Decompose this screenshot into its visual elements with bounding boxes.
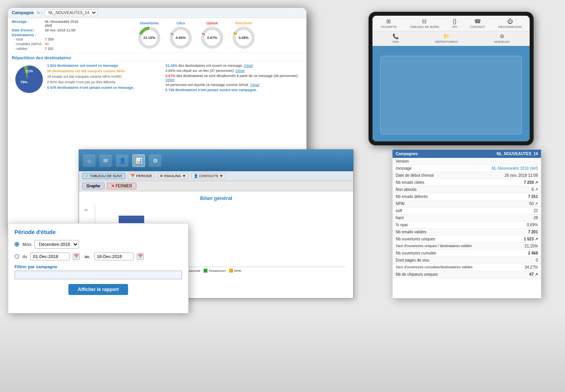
stat-npai-hard: 28 emails ont été marqués comme NPAI HAR… <box>47 75 161 79</box>
detail-link-2[interactable]: Détail <box>236 69 245 73</box>
sva-icon: 📞 <box>393 33 399 39</box>
date-au-input[interactable] <box>94 253 134 260</box>
radio-mois[interactable] <box>15 242 19 247</box>
legend-dot-npai <box>229 269 233 273</box>
panel-row-14: Dont pages de visu 0 <box>393 257 541 264</box>
back-nav-contact[interactable]: ☎ CONTACT <box>470 18 485 29</box>
chart-title: Bilan général <box>83 195 349 201</box>
contacts-dropdown-icon: ▼ <box>220 174 223 178</box>
filter-campagne-input[interactable] <box>15 271 182 279</box>
stat-emails-nd: 0.80% des emails n'ont pas pu être déliv… <box>47 80 161 84</box>
calendar-au-icon[interactable]: 📅 <box>137 253 144 260</box>
panel-col1: Campagnes <box>396 152 418 156</box>
invalides-value: 50 <box>45 42 83 46</box>
du-label: du <box>22 254 27 259</box>
rep-mail-icon[interactable]: ✉ <box>99 154 112 167</box>
ouvertures-value: 21.15% <box>143 36 156 40</box>
panel-row-7: soft 22 <box>393 207 541 214</box>
reactivite-donut: 3.09% <box>232 26 255 49</box>
mois-select[interactable]: Décembre-2018 <box>35 240 79 249</box>
back-nav-api[interactable]: {} API <box>452 18 457 29</box>
clics-value: 0.65% <box>176 36 186 40</box>
compte-icon: ⊞ <box>386 18 391 24</box>
graphe-toolbar: Graphe ✕ FERMER <box>79 181 353 191</box>
rep-settings-icon[interactable]: ⚙ <box>149 154 161 167</box>
panel-row-12: Taux d'ouvertures uniques / destinataire… <box>393 243 541 250</box>
left-stats: 1 523 destinataires ont ouvert ce messag… <box>47 64 161 95</box>
panel-row-11: Nb ouvertures uniques 1 523 ↗ <box>393 236 541 243</box>
detail-link-1[interactable]: Détail <box>244 64 253 68</box>
stat-1523: 1 523 destinataires ont ouvert ce messag… <box>47 64 161 68</box>
panel-row-9: % npai 0.69% <box>393 222 541 229</box>
rep-home-icon[interactable]: ⌂ <box>83 154 95 167</box>
detail-link-3[interactable]: Détail <box>165 78 174 82</box>
clics-label: Clics <box>176 21 185 25</box>
panel-row-6: NPAI 50 ↗ <box>393 200 541 207</box>
back-nav-deconnexion[interactable]: ⏻ DÉCONNEXION <box>498 18 522 29</box>
rep-users-icon[interactable]: 👤 <box>116 154 128 167</box>
repertoires-nav[interactable]: 📁 RÉPERTOIRES <box>435 33 458 44</box>
deconnexion-icon: ⏻ <box>507 18 513 24</box>
back-nav-compte[interactable]: ⊞ TICOMPTE <box>381 18 397 29</box>
graphe-button[interactable]: Graphe <box>82 183 105 189</box>
panel-col2: NL_NOUVEAUTES_14 <box>497 152 538 156</box>
panel-row-10: Nb emails valides 7 201 <box>393 229 541 236</box>
tableau-suivi-btn[interactable]: ✓ TABLEAU DE SUIVI <box>82 173 125 179</box>
legend-npai: NPAI <box>229 269 241 273</box>
stat-5678: 5 678 destinataires n'ont jamais ouvert … <box>47 86 161 90</box>
calendar-du-icon[interactable]: 📅 <box>73 253 80 260</box>
filter-label: Filtrer par campagne <box>15 264 182 269</box>
campaign-dropdown[interactable]: NL_NOUVEAUTES_14 <box>45 9 97 16</box>
recipients-row: 78% 21% 1 523 destinataires ont ouvert c… <box>8 61 306 97</box>
meta-info-grid: Message : NL-Nouveautés 2018 (def) Date … <box>8 18 86 53</box>
campaign-refresh-icon[interactable]: ↻ ↕ <box>37 11 43 15</box>
reporting-top-bar: ⌂ ✉ 👤 📊 ⚙ <box>79 150 353 171</box>
date-du-input[interactable] <box>30 253 70 260</box>
stat-circles: Ouvertures 21.15% Clics <box>86 18 306 53</box>
valides-label: - valides <box>12 47 43 51</box>
x-icon: ✕ <box>111 184 114 188</box>
message-value: NL-Nouveautés 2018 (def) <box>45 20 83 28</box>
au-label: au <box>84 254 89 259</box>
emailing-btn[interactable]: ✉ EMAILING ▼ <box>157 173 189 179</box>
filter-section: Filtrer par campagne <box>15 264 182 279</box>
campagnes-panel: Campagnes NL_NOUVEAUTES_14 Version messa… <box>392 149 541 299</box>
radio-du[interactable] <box>15 254 19 259</box>
panel-row-3: Nb emails ciblés 7 259 ↗ <box>393 179 541 186</box>
back-screen-content-area <box>372 46 530 141</box>
api-icon: {} <box>453 18 456 24</box>
fermer-button[interactable]: ✕ FERMER <box>107 183 136 189</box>
valides-value: 7 201 <box>45 47 83 51</box>
panel-row-8: hard 28 <box>393 214 541 222</box>
svg-text:78%: 78% <box>20 80 28 84</box>
contact-icon: ☎ <box>474 18 481 24</box>
contacts-btn[interactable]: 👤 CONTACTS ▼ <box>191 173 226 179</box>
optout-label: Optout <box>206 21 218 25</box>
reactivite-stat: Réactivité 3.09% <box>232 21 255 49</box>
optout-value: 0.67% <box>207 36 217 40</box>
panel-row-4: Non aboutis 8 ↗ <box>393 186 541 193</box>
clics-donut: 0.65% <box>169 26 193 49</box>
legend-dot-desab <box>204 269 207 273</box>
rs-3: 0.67% des destinataires se sont désabonn… <box>165 74 303 82</box>
panel-row-5: Nb emails délivrés 7 251 <box>393 193 541 200</box>
optout-stat: Optout 0.67% <box>200 21 224 49</box>
rep-chart-icon[interactable]: 📊 <box>132 154 145 167</box>
detail-link-4[interactable]: Détail <box>250 83 259 87</box>
back-nav-tableau[interactable]: ⊟ TABLEAU DE BORD <box>410 18 439 29</box>
mois-row: Mois Décembre-2018 <box>15 240 182 249</box>
svg-text:21%: 21% <box>26 69 33 73</box>
date-range-row: du 📅 au 📅 <box>15 253 182 260</box>
rs-1: 21.15% des destinataires ont ouvert ce m… <box>165 64 303 68</box>
repertoires-icon: 📁 <box>443 33 449 39</box>
total-label: - total <box>12 37 43 42</box>
clics-stat: Clics 0.65% <box>169 21 193 49</box>
modeles-nav[interactable]: ⚙ MODÈLES <box>494 33 510 44</box>
sva-nav[interactable]: 📞 SVA <box>393 33 399 44</box>
y-axis-label: 25 <box>84 208 88 212</box>
afficher-rapport-button[interactable]: Afficher le rapport <box>68 284 128 295</box>
tableau-icon: ⊟ <box>422 18 427 24</box>
reactivite-value: 3.09% <box>238 36 249 40</box>
reporting-toolbar: ✓ TABLEAU DE SUIVI 📅 PÉRIODE ✉ EMAILING … <box>79 171 353 181</box>
periode-btn[interactable]: 📅 PÉRIODE <box>128 173 155 179</box>
